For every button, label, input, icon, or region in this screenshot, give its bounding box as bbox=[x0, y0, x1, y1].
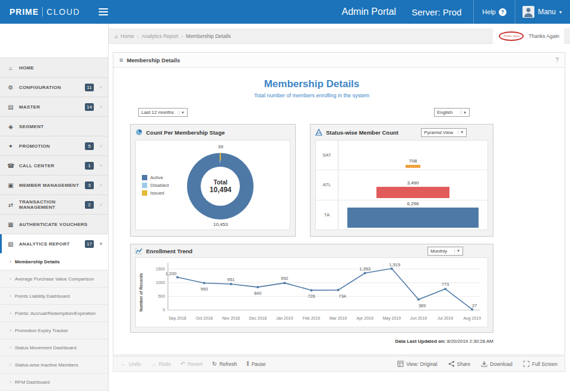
svg-text:389: 389 bbox=[419, 303, 426, 308]
pyramid-bar-atl[interactable] bbox=[376, 187, 449, 198]
breadcrumb-home[interactable]: Home bbox=[121, 33, 134, 39]
language-filter-value: English bbox=[437, 110, 452, 115]
breadcrumb: ⌂ Home › Analytics Report › Membership D… bbox=[109, 28, 570, 44]
user-menu[interactable]: Manu ▾ bbox=[515, 0, 570, 24]
trend-point[interactable] bbox=[391, 267, 393, 270]
monthly-view-dropdown[interactable]: Monthly ▼ bbox=[428, 247, 463, 256]
view-original-button[interactable]: View: Original bbox=[397, 361, 437, 367]
pyramid-bar-ta[interactable] bbox=[347, 208, 479, 228]
caret-down-icon: ▾ bbox=[559, 9, 562, 15]
period-filter-value: Last 12 months bbox=[141, 110, 174, 115]
svg-text:Feb 2019: Feb 2019 bbox=[303, 316, 321, 320]
sidebar-item-home[interactable]: ⌂HOME bbox=[0, 58, 108, 78]
donut-chart[interactable]: Total 10,494 bbox=[187, 153, 254, 219]
trend-point[interactable] bbox=[337, 289, 339, 291]
toolbar-redo-button[interactable]: →Redo bbox=[150, 361, 170, 367]
download-button[interactable]: Download bbox=[481, 361, 512, 367]
promotion-icon: ✦ bbox=[7, 143, 14, 149]
fullscreen-button[interactable]: Full Screen bbox=[523, 361, 558, 367]
donut-legend: Active Disabled Issued bbox=[142, 175, 169, 196]
svg-text:1,353: 1,353 bbox=[359, 266, 370, 272]
caret-down-icon: ▼ bbox=[461, 111, 467, 114]
sidebar-subitem-status-wise-inactive-members[interactable]: ›Status-wise Inactive Members bbox=[0, 356, 108, 374]
trend-point[interactable] bbox=[256, 286, 259, 288]
legend-swatch-issued bbox=[142, 190, 147, 196]
share-button[interactable]: Share bbox=[448, 361, 471, 367]
y-axis-title: Number of Records bbox=[136, 258, 145, 327]
pyramid-view-value: Pyramid View bbox=[424, 130, 453, 135]
brand-primary: PRIME bbox=[10, 7, 39, 17]
svg-text:Mar 2019: Mar 2019 bbox=[330, 316, 347, 320]
donut-callout-bottom: 10,453 bbox=[187, 222, 254, 227]
sidebar-subitem-points-liability-dashboard[interactable]: ›Points Liability Dashboard bbox=[0, 288, 108, 305]
trend-point[interactable] bbox=[230, 283, 232, 285]
brand-logo[interactable]: PRIME CLOUD bbox=[0, 7, 88, 17]
pyramid-view-dropdown[interactable]: Pyramid View ▼ bbox=[421, 128, 467, 137]
pyramid-bar-sat[interactable] bbox=[406, 165, 420, 168]
viz-toolbar: ←Undo→Redo↶Revert↻Refresh‖Pause View: Or… bbox=[113, 356, 565, 372]
sidebar-subitem-membership-details[interactable]: ›Membership Details bbox=[0, 253, 108, 270]
trend-point[interactable] bbox=[364, 272, 366, 275]
trend-point[interactable] bbox=[444, 288, 446, 290]
svg-text:734: 734 bbox=[338, 294, 346, 299]
authenticate-vouchers-icon: ▦ bbox=[7, 221, 14, 228]
chart-title: Count Per Membership Stage bbox=[146, 129, 225, 136]
svg-text:May 2019: May 2019 bbox=[382, 316, 401, 321]
sidebar-item-master[interactable]: ▤MASTER14‹ bbox=[0, 97, 108, 117]
chevron-icon: ‹ bbox=[99, 202, 103, 208]
sidebar-item-transaction-management[interactable]: ⇄TRANSACTION MANAGEMENT2‹ bbox=[0, 195, 108, 215]
trend-point[interactable] bbox=[471, 308, 473, 311]
caret-down-icon: ▼ bbox=[458, 130, 464, 134]
legend-swatch-active bbox=[142, 175, 147, 180]
toolbar-revert-button[interactable]: ↶Revert bbox=[180, 361, 202, 367]
chevron-icon: ‹ bbox=[99, 143, 103, 149]
sidebar-item-member-management[interactable]: ▣MEMBER MANAGEMENT3‹ bbox=[0, 176, 108, 195]
trend-point[interactable] bbox=[176, 276, 179, 279]
help-button[interactable]: Help ? bbox=[474, 0, 515, 24]
breadcrumb-analytics-report[interactable]: Analytics Report bbox=[142, 33, 179, 39]
membership-details-panel: ≡ Membership Details ? Membership Detail… bbox=[113, 52, 565, 355]
master-icon: ▤ bbox=[7, 104, 14, 110]
toolbar-button-label: Refresh bbox=[219, 361, 237, 367]
dashboard-viz: Membership Details Total number of membe… bbox=[130, 78, 493, 344]
sidebar-subitem-promotion-expiry-tracker[interactable]: ›Promotion Expiry Tracker bbox=[0, 322, 108, 339]
sidebar-item-call-center[interactable]: ☎CALL CENTER1‹ bbox=[0, 156, 108, 176]
trend-point[interactable] bbox=[283, 282, 286, 284]
sidebar-subitem-average-purchase-value-comparison[interactable]: ›Average Purchase Value Comparison bbox=[0, 270, 108, 288]
trend-line bbox=[178, 269, 472, 310]
toolbar-refresh-button[interactable]: ↻Refresh bbox=[212, 361, 237, 367]
sidebar-item-authenticate-vouchers[interactable]: ▦AUTHENTICATE VOUCHERS bbox=[0, 215, 108, 234]
trend-point[interactable] bbox=[203, 282, 205, 284]
donut-callout-top: 39 bbox=[187, 144, 254, 149]
trend-point[interactable] bbox=[417, 298, 420, 301]
sidebar-item-badge: 1 bbox=[85, 162, 94, 170]
svg-text:Jun 2019: Jun 2019 bbox=[410, 316, 428, 320]
sidebar-item-configuration[interactable]: ⚙CONFIGURATION11‹ bbox=[0, 78, 108, 97]
sidebar-item-analytics-report[interactable]: ▧ANALYTICS REPORT17▾ bbox=[0, 234, 108, 254]
trend-point[interactable] bbox=[310, 289, 312, 291]
toolbar-pause-button[interactable]: ‖Pause bbox=[246, 361, 265, 367]
panel-menu-icon[interactable]: ≡ bbox=[119, 56, 123, 63]
sidebar-item-label: ANALYTICS REPORT bbox=[19, 241, 80, 247]
panel-help-icon[interactable]: ? bbox=[555, 57, 559, 63]
svg-text:Aug 2019: Aug 2019 bbox=[463, 316, 481, 321]
pyramid-category-label: ATL bbox=[316, 170, 338, 199]
sidebar-item-promotion[interactable]: ✦PROMOTION5‹ bbox=[0, 136, 108, 156]
legend-swatch-disabled bbox=[142, 183, 147, 188]
sidebar-subitem-label: RFM Dashboard bbox=[15, 380, 50, 385]
sidebar-item-segment[interactable]: ◈SEGMENT bbox=[0, 117, 108, 136]
svg-text:Sep 2018: Sep 2018 bbox=[169, 316, 186, 321]
home-icon: ⌂ bbox=[7, 65, 14, 71]
sidebar-subitem-label: Membership Details bbox=[15, 259, 60, 264]
hamburger-menu-icon[interactable] bbox=[99, 8, 108, 15]
sidebar-subnav: ›Membership Details›Average Purchase Val… bbox=[0, 253, 108, 391]
language-filter-dropdown[interactable]: English ▼ bbox=[434, 108, 470, 117]
sidebar-item-label: CONFIGURATION bbox=[19, 85, 80, 90]
sidebar-subitem-rfm-dashboard[interactable]: ›RFM Dashboard bbox=[0, 374, 108, 391]
toolbar-undo-button[interactable]: ←Undo bbox=[121, 361, 141, 367]
client-logo: Thanks Again bbox=[499, 31, 524, 41]
redo-icon: → bbox=[150, 361, 156, 367]
sidebar-subitem-points-accrual-redemption-expiration[interactable]: ›Points: Accrual/Redemption/Expiration bbox=[0, 305, 108, 322]
period-filter-dropdown[interactable]: Last 12 months ▼ bbox=[138, 108, 188, 117]
sidebar-subitem-status-movement-dashboard[interactable]: ›Status Movement Dashboard bbox=[0, 339, 108, 356]
